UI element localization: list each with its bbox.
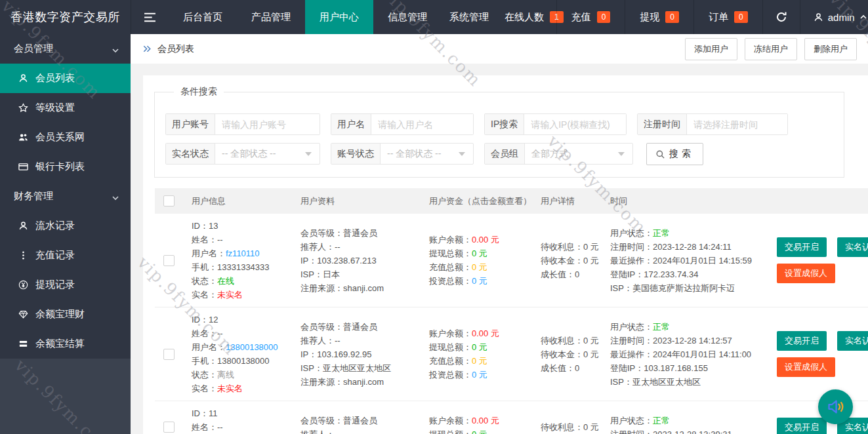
nav-item-2[interactable]: 产品管理 (237, 0, 305, 34)
row-action-button-2[interactable]: 实名认证 (837, 237, 868, 257)
field-value[interactable]: 0 元 (472, 356, 487, 366)
row-action-button-1[interactable]: 交易开启 (777, 418, 827, 434)
nav-item-1[interactable]: 后台首页 (169, 0, 237, 34)
sidebar-item-label: 余额宝理财 (35, 308, 85, 321)
field-value[interactable]: 0 元 (472, 342, 487, 352)
table-row-2: ID：12姓名：--用户名：13800138000手机：13800138000状… (155, 307, 868, 401)
field-line: 会员等级：普通会员 (300, 226, 420, 240)
user-info-cell: ID：12姓名：--用户名：13800138000手机：13800138000状… (182, 313, 291, 395)
select-all-checkbox[interactable] (163, 195, 175, 207)
search-field-2: 用户名 (331, 113, 474, 135)
topbar-right: 充值0提现0订单0admin (556, 0, 868, 34)
field-value[interactable]: 0.00 元 (472, 416, 499, 425)
refresh-button[interactable] (762, 0, 800, 34)
filter-select-1[interactable]: -- 全部状态 -- (215, 144, 320, 164)
field-line: 推荐人：-- (300, 334, 420, 347)
search-input-3[interactable] (524, 114, 626, 134)
search-input-4[interactable] (687, 114, 787, 134)
field-line: 注册时间：2023-12-28 13:39:31 (610, 427, 768, 434)
row-checkbox[interactable] (163, 422, 175, 433)
row-action-button-2[interactable]: 实名认证 (837, 331, 868, 351)
search-input-1[interactable] (215, 114, 320, 134)
field-value[interactable]: 0.00 元 (472, 235, 499, 245)
nav-item-3[interactable]: 用户中心 (305, 0, 373, 34)
field-label: 手机： (192, 262, 217, 272)
field-value: 美国德克萨斯达拉斯阿卡迈 (632, 283, 735, 293)
field-line: 用户状态：正常 (610, 320, 768, 334)
search-input-2[interactable] (371, 114, 473, 134)
field-value: 普通会员 (343, 416, 377, 425)
nav-right-item-2[interactable]: 提现0 (625, 0, 693, 34)
sidebar-item-label: 等级设置 (35, 102, 75, 114)
nav-right-item-3[interactable]: 订单0 (693, 0, 762, 34)
row-action-button-1[interactable]: 交易开启 (777, 331, 827, 351)
sidebar-group-1[interactable]: 会员管理 (0, 34, 131, 64)
filter-field-3: 会员组全部方式 (484, 143, 633, 165)
page-action-button-2[interactable]: 冻结用户 (745, 38, 797, 60)
field-value[interactable]: 0 元 (472, 262, 487, 272)
field-label: 账户余额： (429, 235, 472, 245)
field-line: 状态：离线 (192, 368, 291, 382)
field-label: 提现总额： (429, 429, 472, 434)
field-value[interactable]: 0 元 (472, 248, 487, 258)
row-action-button-3[interactable]: 设置成假人 (777, 357, 835, 377)
field-line: ID：13 (192, 219, 291, 233)
field-value: 103.187.168.155 (644, 363, 708, 373)
user-menu[interactable]: admin (800, 0, 868, 34)
field-value: -- (217, 328, 223, 338)
filter-select-2[interactable]: -- 全部状态 -- (381, 144, 473, 164)
field-line: 推荐人：-- (300, 427, 420, 434)
search-button[interactable]: 搜索 (646, 143, 703, 165)
sidebar-item-5[interactable]: 银行卡列表 (0, 152, 131, 182)
sidebar-item-2[interactable]: 会员列表 (0, 64, 131, 93)
floating-audio-button[interactable] (818, 389, 853, 424)
sidebar-item-label: 余额宝结算 (35, 338, 85, 350)
filter-field-2: 账号状态-- 全部状态 -- (331, 143, 474, 165)
field-line: 待收本金：0 元 (541, 347, 601, 361)
sidebar-item-10[interactable]: 余额宝理财 (0, 300, 131, 329)
field-value[interactable]: fz110110 (226, 248, 260, 258)
sidebar-group-label: 财务管理 (14, 190, 53, 203)
table-header-5: 时间 (601, 195, 768, 207)
field-value: 12 (209, 315, 218, 325)
sidebar-item-9[interactable]: 提现记录 (0, 270, 131, 300)
row-checkbox[interactable] (163, 255, 175, 266)
sidebar-item-3[interactable]: 等级设置 (0, 93, 131, 123)
field-label: 待收本金： (541, 349, 583, 359)
filter-select-3[interactable]: 全部方式 (525, 144, 632, 164)
field-value[interactable]: 0 元 (472, 276, 487, 286)
nav-item-label: 系统管理 (449, 11, 489, 24)
sidebar-item-11[interactable]: 余额宝结算 (0, 329, 131, 359)
nav-item-4[interactable]: 信息管理 (373, 0, 442, 34)
field-line: 姓名：-- (192, 233, 291, 247)
row-checkbox[interactable] (163, 349, 175, 360)
page-action-button-3[interactable]: 删除用户 (804, 38, 857, 60)
search-panel-legend: 条件搜索 (174, 86, 224, 98)
field-label: 用户状态： (610, 322, 653, 332)
field-value[interactable]: 0 元 (472, 370, 487, 380)
nav-item-label: 后台首页 (183, 11, 222, 24)
page-action-button-1[interactable]: 添加用户 (685, 38, 737, 60)
field-value[interactable]: 0 元 (472, 429, 487, 434)
nav-right-item-1[interactable]: 充值0 (556, 0, 625, 34)
field-line: 最近操作：2024年01月01日 14:11:00 (610, 347, 768, 361)
sidebar-item-7[interactable]: 流水记录 (0, 211, 131, 241)
field-line: 成长值：0 (541, 267, 601, 281)
sidebar-item-8[interactable]: 充值记录 (0, 241, 131, 270)
row-action-button-3[interactable]: 设置成假人 (777, 264, 835, 283)
user-funds-cell: 账户余额：0.00 元提现总额：0 元充值总额：0 元投资总额：0 元 (420, 233, 541, 288)
field-line: 手机：13331334333 (192, 260, 291, 274)
collapse-menu-button[interactable] (131, 0, 169, 34)
sidebar-item-label: 银行卡列表 (35, 161, 85, 173)
field-value: -- (335, 242, 341, 252)
nav-item-5[interactable]: 系统管理 (442, 0, 497, 34)
field-value[interactable]: 0.00 元 (472, 328, 499, 338)
sidebar-item-4[interactable]: 会员关系网 (0, 123, 131, 152)
sidebar-group-6[interactable]: 财务管理 (0, 182, 131, 211)
field-label: ISP： (300, 363, 323, 373)
field-line: 账户余额：0.00 元 (429, 326, 541, 340)
count-badge: 0 (665, 11, 679, 23)
field-value[interactable]: 13800138000 (226, 342, 278, 352)
row-action-button-1[interactable]: 交易开启 (777, 237, 827, 257)
search-field-4: 注册时间 (637, 113, 788, 135)
